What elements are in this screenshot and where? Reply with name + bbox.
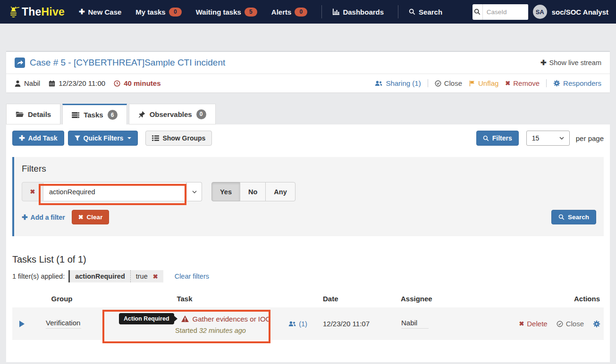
waiting-tasks-badge: 5 [245,8,257,17]
filter-option-no[interactable]: No [240,182,266,201]
add-a-filter-link[interactable]: ✚ Add a filter [22,213,65,222]
task-title-link[interactable]: Gather evidences or IOC [193,315,271,323]
caseid-search-input[interactable] [483,4,528,20]
col-header-actions: Actions [491,295,604,303]
filters-applied-label: 1 filter(s) applied: [12,273,65,280]
filters-toggle-button[interactable]: Filters [476,131,519,146]
x-icon: ✖ [30,188,35,195]
col-header-task: Task [93,295,277,303]
tab-observables[interactable]: Observables 0 [129,104,216,124]
applied-filter-chip: actionRequired true ✖ [68,270,163,282]
chip-value: true [131,273,153,280]
user-icon [15,80,21,87]
avatar[interactable]: SA [533,5,547,19]
search-icon [409,8,415,15]
clear-filters-button[interactable]: ✖ Clear [72,210,110,224]
show-live-stream-link[interactable]: ✚ Show live stream [540,58,601,67]
alerts-badge: 0 [295,8,307,17]
folder-icon [16,111,24,117]
col-header-date: Date [319,295,397,303]
share-case-icon[interactable] [15,58,25,68]
nav-new-case[interactable]: ✚ New Case [79,8,121,16]
chip-field: actionRequired [70,273,130,280]
case-tabs: Details Tasks 6 Observables 0 [6,104,610,124]
nav-divider [321,5,322,18]
flag-icon [469,80,475,87]
filter-option-any[interactable]: Any [265,182,295,201]
tab-details[interactable]: Details [6,104,60,124]
sharing-link[interactable]: Sharing (1) [375,79,421,87]
filter-field-dropdown[interactable] [186,182,202,201]
nav-alerts[interactable]: Alerts 0 [271,8,308,17]
case-header-panel: Case # 5 - [CYBERTHREAT]Sample CTI incid… [6,51,610,92]
tasks-count-badge: 6 [108,110,118,120]
task-sharing[interactable]: (1) [277,320,319,328]
per-page-label: per page [576,134,604,142]
task-settings-gear-icon[interactable] [593,320,600,328]
x-icon: ✖ [505,80,510,87]
task-started: Started 32 minutes ago [175,327,277,334]
tooltip-arrow [174,316,177,322]
x-icon: ✖ [78,214,84,221]
users-icon [288,321,296,327]
search-filters-button[interactable]: Search [551,210,596,224]
tasks-tab-content: ✚ Add Task Quick Filters Show Groups [6,124,610,362]
divider [428,79,428,87]
thehive-logo[interactable]: TheHive [8,6,65,18]
nav-waiting-tasks[interactable]: Waiting tasks 5 [196,8,257,17]
responders-button[interactable]: Responders [553,79,601,87]
warning-icon [181,315,189,322]
plus-icon: ✚ [540,58,547,67]
page-title: Case # 5 - [CYBERTHREAT]Sample CTI incid… [30,58,225,68]
tasks-icon [72,112,79,118]
x-icon: ✖ [519,320,524,327]
task-assignee[interactable]: Nabil [401,319,429,329]
search-icon [483,135,489,141]
quick-filters-button[interactable]: Quick Filters [68,131,138,146]
show-groups-button[interactable]: Show Groups [145,131,212,146]
bee-logo-icon [8,6,19,18]
delete-task-button[interactable]: ✖ Delete [519,320,547,328]
filters-panel-title: Filters [22,164,596,174]
calendar-icon [49,80,55,87]
add-task-button[interactable]: ✚ Add Task [12,131,64,146]
user-name[interactable]: soc/SOC Analyst [552,8,608,16]
nav-divider [398,5,398,18]
filters-panel: Filters ✖ Yes No Any ✚ Add a filter [12,157,604,236]
task-group[interactable]: Verification [46,319,81,329]
plus-icon: ✚ [79,8,85,16]
circle-check-icon [435,80,441,87]
remove-filter-button[interactable]: ✖ [22,182,43,201]
nav-search[interactable]: Search [409,8,442,16]
search-icon[interactable] [473,4,483,20]
plus-icon: ✚ [19,134,25,142]
action-required-tooltip: Action Required [119,313,174,324]
list-icon [152,135,159,141]
observables-count-badge: 0 [196,109,206,119]
tasks-list-title: Tasks List (1 of 1) [12,254,604,265]
filter-option-yes[interactable]: Yes [211,182,240,201]
filter-field-input[interactable] [43,182,186,201]
expand-row-button[interactable] [12,321,31,327]
chip-remove-icon[interactable]: ✖ [153,273,163,280]
col-header-group: Group [31,295,93,303]
close-case-button[interactable]: Close [435,79,462,87]
caseid-search-box [473,4,528,20]
play-icon [19,321,25,327]
task-date: 12/23/20 11:07 [319,320,397,328]
close-task-button[interactable]: Close [557,320,584,328]
nav-dashboards[interactable]: Dashboards [332,8,384,16]
tasks-table: Group Task Date Assignee Actions Verific… [12,295,604,340]
remove-case-button[interactable]: ✖ Remove [505,79,540,87]
search-icon [558,214,565,220]
clear-filters-link[interactable]: Clear filters [175,273,209,280]
divider [546,79,547,87]
unflag-button[interactable]: Unflag [469,79,498,87]
tab-tasks[interactable]: Tasks 6 [62,104,127,124]
table-row: Verification Action Required Gather evid… [12,307,604,340]
caret-down-icon [127,137,131,139]
case-date: 12/23/20 11:00 [49,79,105,87]
nav-my-tasks[interactable]: My tasks 0 [135,8,181,17]
per-page-select[interactable]: 15 [526,131,570,146]
case-owner: Nabil [15,79,40,87]
